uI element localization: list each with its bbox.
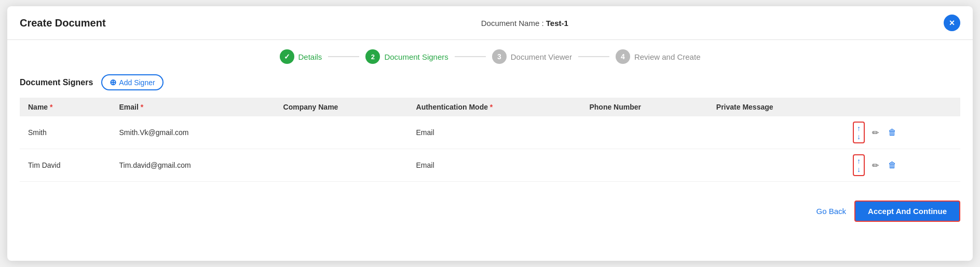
cell-actions: ↑ ↓ ✏ 🗑: [845, 149, 960, 182]
delete-button[interactable]: 🗑: [886, 158, 899, 172]
stepper: ✓ Details 2 Document Signers 3 Document …: [7, 40, 973, 69]
row-action-group: ↑ ↓ ✏ 🗑: [853, 154, 952, 176]
col-private-message: Private Message: [708, 98, 845, 116]
step-3-circle: 3: [492, 49, 507, 64]
arrow-up-button[interactable]: ↑: [857, 157, 861, 165]
col-email: Email *: [111, 98, 275, 116]
cell-private-message: [708, 149, 845, 182]
document-name-area: Document Name : Test-1: [481, 19, 568, 28]
signers-table: Name * Email * Company Name Authenticati…: [20, 98, 960, 182]
step-4-circle: 4: [616, 49, 630, 64]
table-row: Tim David Tim.david@gmail.com Email ↑ ↓ …: [20, 149, 960, 182]
modal-header: Create Document Document Name : Test-1 ×: [7, 6, 973, 40]
col-auth-mode: Authentication Mode *: [408, 98, 581, 116]
cell-auth-mode: Email: [408, 149, 581, 182]
accept-continue-button[interactable]: Accept And Continue: [854, 201, 960, 222]
table-row: Smith Smith.Vk@gmail.com Email ↑ ↓ ✏ 🗑: [20, 116, 960, 149]
step-4-label: Review and Create: [634, 52, 701, 61]
name-required-star: *: [50, 103, 52, 111]
step-3-label: Document Viewer: [511, 52, 572, 61]
signers-header: Document Signers ⊕ Add Signer: [20, 74, 960, 90]
cell-company: [275, 116, 408, 149]
go-back-button[interactable]: Go Back: [816, 207, 847, 216]
close-button[interactable]: ×: [944, 15, 960, 31]
cell-email: Tim.david@gmail.com: [111, 149, 275, 182]
step-2-label: Document Signers: [384, 52, 448, 61]
cell-auth-mode: Email: [408, 116, 581, 149]
modal-title: Create Document: [20, 17, 106, 29]
doc-name-value: Test-1: [546, 19, 568, 28]
col-actions: [845, 98, 960, 116]
edit-button[interactable]: ✏: [870, 126, 881, 140]
step-2-circle: 2: [365, 49, 380, 64]
step-divider-1: [328, 56, 359, 57]
cell-email: Smith.Vk@gmail.com: [111, 116, 275, 149]
arrow-group: ↑ ↓: [853, 154, 865, 176]
col-name: Name *: [20, 98, 111, 116]
step-details: ✓ Details: [280, 49, 322, 64]
step-divider-3: [578, 56, 609, 57]
cell-phone: [581, 149, 707, 182]
cell-name: Tim David: [20, 149, 111, 182]
edit-button[interactable]: ✏: [870, 158, 881, 172]
cell-actions: ↑ ↓ ✏ 🗑: [845, 116, 960, 149]
step-divider-2: [455, 56, 486, 57]
step-document-signers: 2 Document Signers: [365, 49, 448, 64]
delete-button[interactable]: 🗑: [886, 126, 899, 139]
arrow-down-button[interactable]: ↓: [857, 133, 861, 140]
modal-footer: Go Back Accept And Continue: [7, 192, 973, 230]
arrow-up-button[interactable]: ↑: [857, 125, 861, 132]
cell-name: Smith: [20, 116, 111, 149]
step-document-viewer: 3 Document Viewer: [492, 49, 572, 64]
arrow-group: ↑ ↓: [853, 122, 865, 143]
step-1-label: Details: [298, 52, 322, 61]
add-signer-label: Add Signer: [119, 78, 155, 87]
step-1-circle: ✓: [280, 49, 294, 64]
email-required-star: *: [141, 103, 143, 111]
cell-company: [275, 149, 408, 182]
step-review-create: 4 Review and Create: [616, 49, 701, 64]
arrow-down-button[interactable]: ↓: [857, 166, 861, 173]
signers-title: Document Signers: [20, 78, 93, 87]
doc-name-label: Document Name :: [481, 19, 544, 28]
auth-required-star: *: [490, 103, 493, 111]
create-document-modal: Create Document Document Name : Test-1 ×…: [7, 6, 973, 261]
add-signer-button[interactable]: ⊕ Add Signer: [101, 74, 163, 90]
cell-phone: [581, 116, 707, 149]
plus-icon: ⊕: [110, 77, 116, 87]
table-header-row: Name * Email * Company Name Authenticati…: [20, 98, 960, 116]
cell-private-message: [708, 116, 845, 149]
col-phone: Phone Number: [581, 98, 707, 116]
row-action-group: ↑ ↓ ✏ 🗑: [853, 122, 952, 143]
col-company: Company Name: [275, 98, 408, 116]
content-area: Document Signers ⊕ Add Signer Name * Ema…: [7, 69, 973, 192]
